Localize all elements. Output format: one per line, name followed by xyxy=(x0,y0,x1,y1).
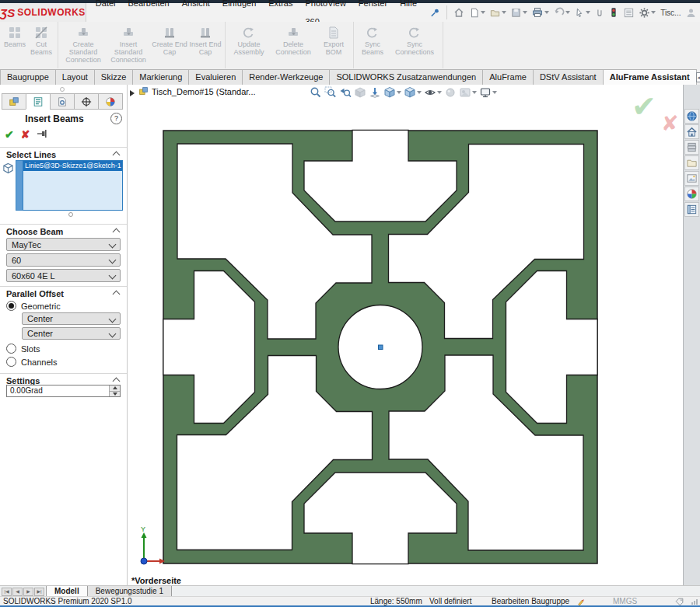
property-manager-tab[interactable] xyxy=(26,93,51,110)
settings-gear-icon[interactable] xyxy=(637,5,657,20)
confirmation-corner-ok-icon[interactable]: ✔ xyxy=(632,89,656,124)
custom-properties-icon[interactable] xyxy=(684,202,699,217)
configuration-manager-tab[interactable] xyxy=(50,93,75,110)
collapse-chevron-icon[interactable] xyxy=(113,291,121,298)
tab-baugruppe[interactable]: Baugruppe xyxy=(0,69,56,85)
tab-render-werkzeuge[interactable]: Render-Werkzeuge xyxy=(242,69,330,85)
3dexperience-globe-icon[interactable] xyxy=(684,109,699,124)
insert-end-cap-button[interactable]: Insert End Cap xyxy=(188,25,222,57)
flyout-tree-arrow-icon[interactable] xyxy=(130,90,135,96)
panel-help-button[interactable]: ? xyxy=(110,113,122,124)
hide-show-items-icon[interactable] xyxy=(424,86,442,99)
export-bom-button[interactable]: Export BOM xyxy=(317,25,351,57)
tab-scroll-last-icon[interactable]: ▶| xyxy=(34,588,44,596)
geometric-radio-row[interactable]: Geometric xyxy=(6,301,61,311)
collapse-chevron-icon[interactable] xyxy=(113,152,121,159)
cut-beams-button[interactable]: Cut Beams xyxy=(27,25,55,57)
options-list-icon[interactable] xyxy=(621,5,636,20)
parallel-offset-header[interactable]: Parallel Offset xyxy=(6,289,64,298)
save-icon[interactable] xyxy=(509,5,529,20)
display-style-icon[interactable] xyxy=(404,86,422,99)
sync-beams-button[interactable]: Sync Beams xyxy=(356,25,389,57)
select-cursor-icon[interactable] xyxy=(572,5,592,20)
home-icon[interactable] xyxy=(451,5,467,20)
graphics-viewport[interactable]: Tisch_Demo#15 (Standar... xyxy=(128,85,683,585)
zoom-to-fit-icon[interactable] xyxy=(310,86,322,99)
spin-down-button[interactable] xyxy=(110,391,120,397)
size-dropdown[interactable]: 60 xyxy=(6,253,121,267)
display-manager-tab[interactable] xyxy=(98,93,123,110)
dimxpert-manager-tab[interactable] xyxy=(74,93,99,110)
rebuild-icon[interactable] xyxy=(607,5,621,20)
channels-radio-row[interactable]: Channels xyxy=(6,357,57,367)
tab-dstv-assistant[interactable]: DStV Assistant xyxy=(533,69,604,85)
tab-layout[interactable]: Layout xyxy=(55,69,95,85)
insert-standard-connection-button[interactable]: Insert Standard Connection xyxy=(106,25,151,65)
file-explorer-icon[interactable] xyxy=(684,155,699,170)
panel-grip-icon[interactable] xyxy=(60,87,65,92)
motion-study-tab[interactable]: Bewegungsstudie 1 xyxy=(87,586,172,597)
model-tab[interactable]: Modell xyxy=(46,586,88,597)
keep-visible-pin-icon[interactable] xyxy=(37,128,47,141)
create-standard-connection-button[interactable]: Create Standard Connection xyxy=(61,25,106,65)
pin-menu-icon[interactable] xyxy=(428,5,443,20)
tab-aluframe[interactable]: AluFrame xyxy=(482,69,534,85)
normal-to-icon[interactable] xyxy=(369,86,381,99)
radio-slots[interactable] xyxy=(6,344,16,354)
document-switcher[interactable]: Tisc... xyxy=(658,9,683,17)
zoom-to-area-icon[interactable] xyxy=(324,86,337,99)
view-orientation-icon[interactable] xyxy=(383,86,401,99)
tab-scroll-first-icon[interactable]: |◀ xyxy=(2,588,12,596)
angle-spinner[interactable]: 0.00Grad xyxy=(6,385,121,397)
edit-appearance-icon[interactable] xyxy=(444,86,457,99)
feature-manager-tab[interactable] xyxy=(2,93,26,110)
tab-markierung[interactable]: Markierung xyxy=(132,69,189,85)
radio-geometric[interactable] xyxy=(6,301,16,311)
selected-line-item[interactable]: Linie5@3D-Skizze1@Sketch-1 xyxy=(23,161,122,171)
tab-aluframe-assistant[interactable]: AluFrame Assistant xyxy=(603,69,697,85)
tab-evaluieren[interactable]: Evaluieren xyxy=(188,69,243,85)
tab-zusatzanwendungen[interactable]: SOLIDWORKS Zusatzanwendungen xyxy=(329,69,483,85)
sync-connections-button[interactable]: Sync Connections xyxy=(389,25,440,57)
collapse-chevron-icon[interactable] xyxy=(113,378,121,385)
select-lines-header[interactable]: Select Lines xyxy=(6,150,56,159)
manufacturer-dropdown[interactable]: MayTec xyxy=(6,238,121,251)
document-flyout-label[interactable]: Tisch_Demo#15 (Standar... xyxy=(138,86,256,96)
previous-view-icon[interactable] xyxy=(339,86,352,99)
apply-scene-icon[interactable] xyxy=(459,86,477,99)
selected-lines-listbox[interactable]: Linie5@3D-Skizze1@Sketch-1 xyxy=(23,160,123,211)
collapse-chevron-icon[interactable] xyxy=(113,228,121,236)
design-library-icon[interactable] xyxy=(684,140,699,155)
ok-check-icon[interactable]: ✔ xyxy=(5,128,14,141)
beams-button[interactable]: Beams xyxy=(2,25,27,49)
print-icon[interactable] xyxy=(530,5,551,20)
angle-value[interactable]: 0.00Grad xyxy=(7,385,109,396)
update-assembly-button[interactable]: Update Assembly xyxy=(228,25,270,57)
tab-scroll-prev-icon[interactable]: ◀ xyxy=(12,588,23,596)
profile-dropdown[interactable]: 60x60 4E L xyxy=(6,269,121,282)
create-end-cap-button[interactable]: Create End Cap xyxy=(151,25,188,57)
selected-center-point[interactable] xyxy=(379,345,383,350)
tab-skizze[interactable]: Skizze xyxy=(94,69,133,85)
collapse-pane-left-icon[interactable]: ◂ xyxy=(696,72,700,82)
view-settings-icon[interactable] xyxy=(479,86,497,99)
open-icon[interactable] xyxy=(488,5,508,20)
offset-bottom-dropdown[interactable]: Center xyxy=(22,327,121,340)
slots-radio-row[interactable]: Slots xyxy=(6,344,40,354)
new-document-icon[interactable] xyxy=(467,5,487,20)
view-palette-icon[interactable] xyxy=(684,171,699,186)
confirmation-corner-cancel-icon[interactable]: ✘ xyxy=(661,111,679,136)
appearances-scenes-icon[interactable] xyxy=(684,187,699,201)
delete-connection-button[interactable]: Delete Connection xyxy=(270,25,317,57)
tab-scroll-next-icon[interactable]: ▶ xyxy=(23,588,33,596)
resources-home-icon[interactable] xyxy=(684,124,699,139)
radio-channels[interactable] xyxy=(6,357,16,367)
cancel-x-icon[interactable]: ✘ xyxy=(21,128,30,141)
offset-top-dropdown[interactable]: Center xyxy=(22,312,121,325)
section-view-icon[interactable] xyxy=(354,86,366,99)
choose-beam-header[interactable]: Choose Beam xyxy=(6,227,63,236)
attach-icon[interactable] xyxy=(593,5,606,20)
list-resize-handle[interactable] xyxy=(68,212,73,217)
undo-icon[interactable] xyxy=(551,5,572,20)
user-avatar-icon[interactable] xyxy=(684,5,698,20)
